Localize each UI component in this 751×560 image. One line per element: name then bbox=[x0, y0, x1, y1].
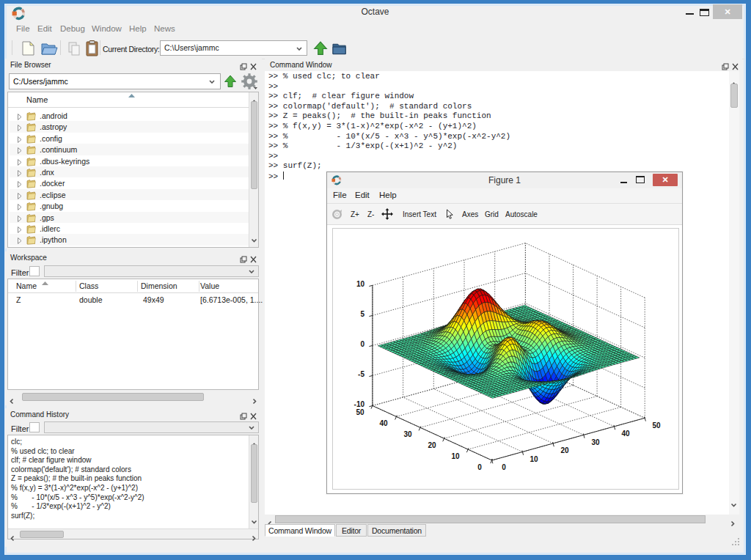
svg-text:-10: -10 bbox=[354, 400, 365, 408]
svg-text:5: 5 bbox=[360, 310, 364, 318]
svg-text:20: 20 bbox=[560, 446, 569, 454]
svg-text:50: 50 bbox=[652, 421, 661, 430]
svg-text:0: 0 bbox=[360, 340, 364, 348]
svg-text:10: 10 bbox=[530, 455, 538, 463]
svg-text:40: 40 bbox=[621, 430, 630, 438]
svg-text:0: 0 bbox=[502, 463, 506, 471]
svg-text:40: 40 bbox=[379, 419, 388, 427]
svg-text:10: 10 bbox=[356, 280, 365, 288]
svg-text:50: 50 bbox=[356, 408, 364, 416]
svg-text:30: 30 bbox=[403, 430, 412, 438]
svg-text:-5: -5 bbox=[358, 370, 364, 378]
svg-text:0: 0 bbox=[477, 463, 482, 471]
svg-text:20: 20 bbox=[428, 441, 436, 449]
svg-text:30: 30 bbox=[591, 438, 600, 446]
svg-text:10: 10 bbox=[451, 452, 460, 460]
